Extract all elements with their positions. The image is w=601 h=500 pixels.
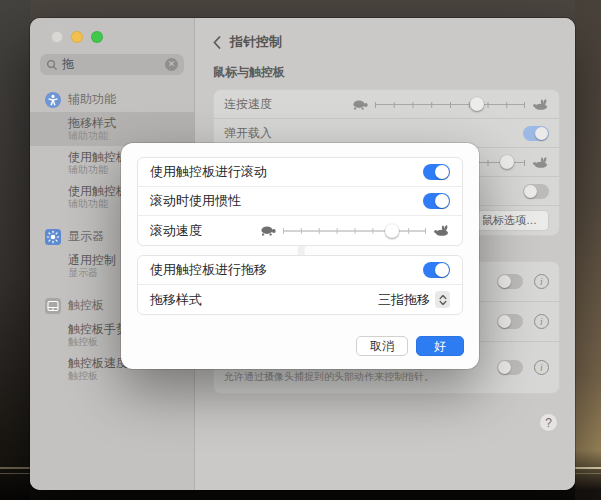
setting-label: 滚动速度 xyxy=(150,222,202,240)
turtle-icon xyxy=(351,99,368,110)
option-toggle[interactable] xyxy=(497,314,523,329)
sidebar-group-label: 显示器 xyxy=(68,228,104,245)
close-button[interactable] xyxy=(51,31,63,43)
slider-track[interactable] xyxy=(375,97,525,112)
toggle-thumb xyxy=(498,361,511,374)
slider-knob[interactable] xyxy=(385,224,399,238)
trackpad-scrolling-toggle[interactable] xyxy=(423,164,450,180)
slider-track[interactable] xyxy=(283,223,426,238)
setting-label: 拖移样式 xyxy=(150,291,202,309)
info-icon[interactable]: i xyxy=(534,360,549,375)
trackpad-options-dialog: 使用触控板进行滚动 滚动时使用惯性 滚动速度 xyxy=(121,143,479,369)
hidden-toggle[interactable] xyxy=(523,184,549,199)
section-title: 鼠标与触控板 xyxy=(213,64,575,81)
scroll-speed-row: 滚动速度 xyxy=(138,216,462,245)
head-pointer-toggle[interactable] xyxy=(497,360,523,375)
window-controls xyxy=(30,18,194,43)
trackpad-dragging-toggle[interactable] xyxy=(423,262,450,278)
spring-loading-toggle[interactable] xyxy=(523,126,549,141)
slider-knob[interactable] xyxy=(500,155,514,169)
option-toggle[interactable] xyxy=(497,274,523,289)
zoom-button[interactable] xyxy=(91,31,103,43)
slider-ticks xyxy=(375,102,525,108)
scroll-inertia-row: 滚动时使用惯性 xyxy=(138,187,462,216)
slider-ticks xyxy=(283,228,426,234)
scroll-settings-group: 使用触控板进行滚动 滚动时使用惯性 滚动速度 xyxy=(137,157,463,246)
sidebar-item-sublabel: 触控板 xyxy=(68,370,186,382)
sidebar-item-drag-style[interactable]: 拖移样式 辅助功能 xyxy=(30,112,194,146)
setting-label: 连按速度 xyxy=(224,96,272,113)
sidebar-item-label: 拖移样式 xyxy=(68,116,186,130)
drag-style-select[interactable]: 三指拖移 xyxy=(378,291,450,309)
ok-button[interactable]: 好 xyxy=(416,336,464,356)
trackpad-dragging-row: 使用触控板进行拖移 xyxy=(138,256,462,285)
search-input[interactable] xyxy=(62,58,161,72)
display-icon xyxy=(45,229,61,245)
toggle-thumb xyxy=(435,194,449,208)
toggle-thumb xyxy=(498,315,511,328)
scroll-inertia-toggle[interactable] xyxy=(423,193,450,209)
rabbit-icon xyxy=(532,157,549,168)
toggle-thumb xyxy=(524,185,537,198)
drag-style-value: 三指拖移 xyxy=(378,291,430,309)
slider-knob[interactable] xyxy=(470,97,484,111)
mouse-options-button[interactable]: 鼠标选项… xyxy=(470,210,549,231)
search-field[interactable]: ✕ xyxy=(40,54,184,75)
sidebar-item-sublabel: 辅助功能 xyxy=(68,130,186,142)
page-title: 指针控制 xyxy=(230,33,282,51)
sidebar-group-label: 触控板 xyxy=(68,297,104,314)
double-click-speed-row: 连按速度 xyxy=(214,90,559,119)
main-header: 指针控制 xyxy=(195,18,575,51)
turtle-icon xyxy=(259,225,276,236)
head-pointer-description: 允许通过摄像头捕捉到的头部动作来控制指针。 xyxy=(224,371,434,383)
dialog-footer: 取消 好 xyxy=(356,336,464,356)
setting-label: 使用触控板进行拖移 xyxy=(150,261,267,279)
accessibility-icon xyxy=(45,92,61,108)
toggle-thumb xyxy=(435,263,449,277)
scroll-speed-slider[interactable] xyxy=(259,223,450,238)
trackpad-icon xyxy=(45,298,61,314)
drag-style-row: 拖移样式 三指拖移 xyxy=(138,285,462,314)
setting-label: 使用触控板进行滚动 xyxy=(150,163,267,181)
setting-label: 滚动时使用惯性 xyxy=(150,192,241,210)
stepper-icon[interactable] xyxy=(435,291,450,308)
cancel-button[interactable]: 取消 xyxy=(356,336,408,356)
trackpad-scrolling-row: 使用触控板进行滚动 xyxy=(138,158,462,187)
rabbit-icon xyxy=(532,99,549,110)
desktop-background: ✕ 辅助功能 拖移样式 辅助功能 使用触控板进 辅助功能 xyxy=(0,0,601,500)
toggle-thumb xyxy=(535,127,548,140)
info-icon[interactable]: i xyxy=(534,274,549,289)
minimize-button[interactable] xyxy=(71,31,83,43)
sidebar-group-accessibility[interactable]: 辅助功能 xyxy=(30,87,194,112)
desktop-backdrop-right xyxy=(575,0,601,500)
desktop-backdrop-left xyxy=(0,0,30,500)
toggle-thumb xyxy=(435,165,449,179)
info-icon[interactable]: i xyxy=(534,314,549,329)
drag-settings-group: 使用触控板进行拖移 拖移样式 三指拖移 xyxy=(137,255,463,315)
back-icon[interactable] xyxy=(213,36,221,49)
rabbit-icon xyxy=(433,225,450,236)
help-button[interactable]: ? xyxy=(539,413,558,432)
double-click-speed-slider[interactable] xyxy=(351,97,549,112)
toggle-thumb xyxy=(498,275,511,288)
search-icon xyxy=(46,59,58,71)
clear-search-icon[interactable]: ✕ xyxy=(165,58,178,71)
setting-label: 弹开载入 xyxy=(224,125,272,142)
sidebar-group-label: 辅助功能 xyxy=(68,91,116,108)
